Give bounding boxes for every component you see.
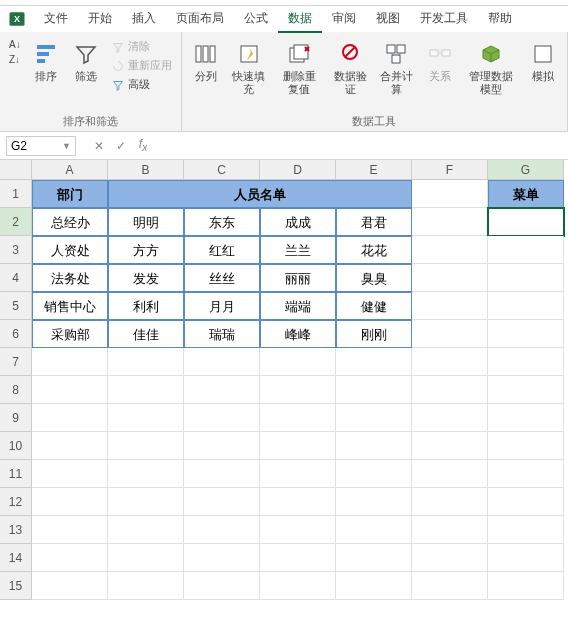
menu-公式[interactable]: 公式 (234, 6, 278, 33)
cell-C8[interactable] (184, 376, 260, 404)
cell-G12[interactable] (488, 488, 564, 516)
cell-G7[interactable] (488, 348, 564, 376)
cell-A2[interactable]: 总经办 (32, 208, 108, 236)
cell-F14[interactable] (412, 544, 488, 572)
menu-页面布局[interactable]: 页面布局 (166, 6, 234, 33)
cell-A12[interactable] (32, 488, 108, 516)
menu-插入[interactable]: 插入 (122, 6, 166, 33)
reapply-button[interactable]: 重新应用 (108, 57, 175, 74)
menu-审阅[interactable]: 审阅 (322, 6, 366, 33)
advanced-button[interactable]: 高级 (108, 76, 175, 93)
row-header-9[interactable]: 9 (0, 404, 32, 432)
menu-文件[interactable]: 文件 (34, 6, 78, 33)
cell-B1-E1[interactable]: 人员名单 (108, 180, 412, 208)
sort-desc-button[interactable]: Z↓ (6, 53, 24, 66)
cell-F6[interactable] (412, 320, 488, 348)
cell-G9[interactable] (488, 404, 564, 432)
cell-F10[interactable] (412, 432, 488, 460)
cell-C12[interactable] (184, 488, 260, 516)
cell-C6[interactable]: 瑞瑞 (184, 320, 260, 348)
cell-A10[interactable] (32, 432, 108, 460)
col-header-A[interactable]: A (32, 160, 108, 180)
cell-E2[interactable]: 君君 (336, 208, 412, 236)
cell-D15[interactable] (260, 572, 336, 600)
cell-A13[interactable] (32, 516, 108, 544)
cell-F1[interactable] (412, 180, 488, 208)
cell-D7[interactable] (260, 348, 336, 376)
cell-G14[interactable] (488, 544, 564, 572)
cell-B3[interactable]: 方方 (108, 236, 184, 264)
remove-duplicates-button[interactable]: 删除重复值 (274, 36, 325, 100)
row-header-1[interactable]: 1 (0, 180, 32, 208)
col-header-E[interactable]: E (336, 160, 412, 180)
cell-A1[interactable]: 部门 (32, 180, 108, 208)
cell-F12[interactable] (412, 488, 488, 516)
menu-视图[interactable]: 视图 (366, 6, 410, 33)
cell-G11[interactable] (488, 460, 564, 488)
cell-E7[interactable] (336, 348, 412, 376)
menu-帮助[interactable]: 帮助 (478, 6, 522, 33)
cell-A14[interactable] (32, 544, 108, 572)
cell-D5[interactable]: 端端 (260, 292, 336, 320)
cell-C10[interactable] (184, 432, 260, 460)
row-header-7[interactable]: 7 (0, 348, 32, 376)
clear-button[interactable]: 清除 (108, 38, 175, 55)
cell-E9[interactable] (336, 404, 412, 432)
cell-D4[interactable]: 丽丽 (260, 264, 336, 292)
cell-G15[interactable] (488, 572, 564, 600)
cell-A11[interactable] (32, 460, 108, 488)
fx-icon[interactable]: fx (132, 135, 154, 157)
row-header-10[interactable]: 10 (0, 432, 32, 460)
cell-D11[interactable] (260, 460, 336, 488)
cell-B9[interactable] (108, 404, 184, 432)
cell-G8[interactable] (488, 376, 564, 404)
cancel-icon[interactable]: ✕ (88, 135, 110, 157)
cell-A4[interactable]: 法务处 (32, 264, 108, 292)
cell-E4[interactable]: 臭臭 (336, 264, 412, 292)
row-header-11[interactable]: 11 (0, 460, 32, 488)
menu-开始[interactable]: 开始 (78, 6, 122, 33)
cell-C15[interactable] (184, 572, 260, 600)
cell-E8[interactable] (336, 376, 412, 404)
confirm-icon[interactable]: ✓ (110, 135, 132, 157)
data-validation-button[interactable]: 数据验证 (329, 36, 371, 100)
cell-A6[interactable]: 采购部 (32, 320, 108, 348)
cell-D14[interactable] (260, 544, 336, 572)
cell-B13[interactable] (108, 516, 184, 544)
cell-D13[interactable] (260, 516, 336, 544)
cell-A3[interactable]: 人资处 (32, 236, 108, 264)
cell-C13[interactable] (184, 516, 260, 544)
cell-G6[interactable] (488, 320, 564, 348)
sort-button[interactable]: 排序 (28, 36, 64, 87)
cell-B8[interactable] (108, 376, 184, 404)
cell-B14[interactable] (108, 544, 184, 572)
row-header-15[interactable]: 15 (0, 572, 32, 600)
cell-C3[interactable]: 红红 (184, 236, 260, 264)
col-header-F[interactable]: F (412, 160, 488, 180)
cell-C4[interactable]: 丝丝 (184, 264, 260, 292)
row-header-6[interactable]: 6 (0, 320, 32, 348)
formula-input[interactable] (154, 136, 568, 156)
row-header-3[interactable]: 3 (0, 236, 32, 264)
col-header-C[interactable]: C (184, 160, 260, 180)
cell-E14[interactable] (336, 544, 412, 572)
cell-D6[interactable]: 峰峰 (260, 320, 336, 348)
cell-A7[interactable] (32, 348, 108, 376)
cell-G13[interactable] (488, 516, 564, 544)
cell-B4[interactable]: 发发 (108, 264, 184, 292)
menu-开发工具[interactable]: 开发工具 (410, 6, 478, 33)
filter-button[interactable]: 筛选 (68, 36, 104, 87)
row-header-8[interactable]: 8 (0, 376, 32, 404)
cell-F4[interactable] (412, 264, 488, 292)
cell-B2[interactable]: 明明 (108, 208, 184, 236)
cell-D3[interactable]: 兰兰 (260, 236, 336, 264)
cell-D12[interactable] (260, 488, 336, 516)
cell-F13[interactable] (412, 516, 488, 544)
cell-F7[interactable] (412, 348, 488, 376)
cell-E11[interactable] (336, 460, 412, 488)
menu-数据[interactable]: 数据 (278, 6, 322, 33)
row-header-12[interactable]: 12 (0, 488, 32, 516)
cell-E6[interactable]: 刚刚 (336, 320, 412, 348)
cell-D8[interactable] (260, 376, 336, 404)
flash-fill-button[interactable]: 快速填充 (228, 36, 270, 100)
